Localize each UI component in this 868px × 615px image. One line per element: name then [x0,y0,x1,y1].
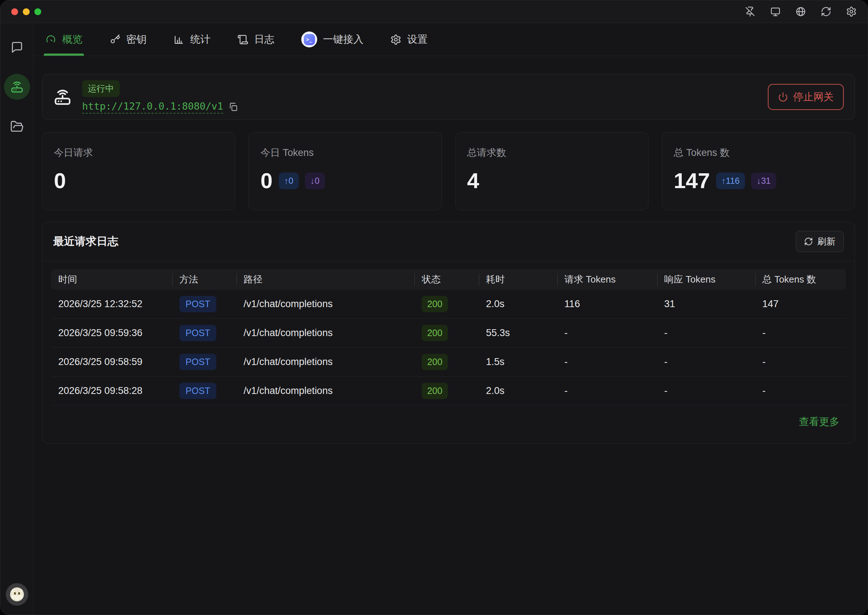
tab-logs[interactable]: 日志 [236,23,276,56]
refresh-icon [821,6,832,17]
status-code-badge: 200 [422,296,448,312]
cell-status: 200 [415,296,478,312]
refresh-button[interactable] [821,6,832,17]
column-header-time: 时间 [51,273,172,286]
cell-status: 200 [415,383,478,399]
key-icon [109,34,120,45]
terminal-logo-icon: >_ [301,31,317,47]
tab-label: 设置 [407,33,427,46]
gateway-url-row: http://127.0.0.1:8080/v1 [82,101,238,114]
cell-response-tokens: - [657,385,755,396]
table-row[interactable]: 2026/3/25 12:32:52 POST /v1/chat/complet… [51,290,846,319]
app-window: 概览 密钥 统计 日志 >_ 一键接入 [0,0,868,615]
minimize-button[interactable] [23,8,30,15]
cell-status: 200 [415,325,478,341]
cell-path: /v1/chat/completions [237,328,415,339]
sidebar-item-files[interactable] [4,114,30,140]
cell-method: POST [172,354,236,370]
stats-grid: 今日请求 0 今日 Tokens 0 ↑0 ↓0 [42,132,855,210]
cell-total-tokens: 147 [755,298,846,310]
cell-status: 200 [415,354,478,370]
tab-label: 概览 [62,33,83,46]
cell-time: 2026/3/25 09:58:28 [51,385,172,396]
gateway-info: 运行中 http://127.0.0.1:8080/v1 [53,80,238,114]
tab-settings[interactable]: 设置 [389,23,429,56]
status-code-badge: 200 [422,325,448,341]
tab-stats[interactable]: 统计 [172,23,212,56]
table-row[interactable]: 2026/3/25 09:58:59 POST /v1/chat/complet… [51,348,846,376]
cell-method: POST [172,383,236,399]
app-body: 概览 密钥 统计 日志 >_ 一键接入 [0,23,868,615]
tab-label: 密钥 [126,33,146,46]
scroll-icon [237,34,248,45]
logs-table: 时间 方法 路径 状态 耗时 请求 Tokens 响应 Tokens 总 Tok… [42,261,855,406]
sidebar [0,23,34,615]
table-row[interactable]: 2026/3/25 09:59:36 POST /v1/chat/complet… [51,319,846,348]
stat-card-today-tokens: 今日 Tokens 0 ↑0 ↓0 [248,132,442,210]
cell-total-tokens: - [755,356,846,368]
sidebar-item-chat[interactable] [4,34,30,60]
tokens-down-badge: ↓0 [305,173,325,189]
monitor-button[interactable] [770,6,781,17]
cell-path: /v1/chat/completions [237,385,415,396]
cell-duration: 1.5s [479,356,557,368]
close-button[interactable] [11,8,18,15]
gear-icon [846,6,857,17]
copy-url-button[interactable] [228,102,238,112]
copy-icon [228,102,238,112]
status-code-badge: 200 [422,354,448,370]
table-row[interactable]: 2026/3/25 09:58:28 POST /v1/chat/complet… [51,376,846,406]
stat-label: 今日 Tokens [260,146,430,159]
chat-bubble-icon [10,40,24,54]
power-icon [778,92,788,102]
cell-request-tokens: - [557,385,657,396]
refresh-label: 刷新 [817,236,835,247]
tab-label: 一键接入 [323,33,363,46]
pin-off-icon [745,6,756,17]
tokens-up-badge: ↑0 [279,173,299,189]
stat-card-total-requests: 总请求数 4 [455,132,648,210]
stat-label: 今日请求 [54,146,223,159]
monitor-icon [770,6,781,17]
refresh-icon [804,237,813,246]
gateway-url-link[interactable]: http://127.0.0.1:8080/v1 [82,101,223,114]
titlebar [0,0,868,23]
table-header-row: 时间 方法 路径 状态 耗时 请求 Tokens 响应 Tokens 总 Tok… [51,269,846,290]
cell-duration: 55.3s [479,328,557,339]
column-header-response-tokens: 响应 Tokens [657,273,755,286]
column-header-method: 方法 [172,273,236,286]
user-avatar[interactable] [6,583,28,606]
stop-gateway-label: 停止网关 [793,90,834,104]
tab-onboarding[interactable]: >_ 一键接入 [300,23,365,56]
status-code-badge: 200 [422,383,448,399]
tab-keys[interactable]: 密钥 [108,23,148,56]
tabbar: 概览 密钥 统计 日志 >_ 一键接入 [34,23,868,56]
content: 运行中 http://127.0.0.1:8080/v1 停止网关 [34,56,868,443]
main-area: 概览 密钥 统计 日志 >_ 一键接入 [34,23,868,615]
tab-label: 日志 [254,33,274,46]
cell-total-tokens: - [755,328,846,339]
stat-value: 0 [54,170,66,192]
stat-label: 总请求数 [467,146,637,159]
refresh-logs-button[interactable]: 刷新 [796,231,844,252]
cell-request-tokens: - [557,356,657,368]
settings-button[interactable] [846,6,857,17]
cell-duration: 2.0s [479,298,557,310]
globe-button[interactable] [795,6,806,17]
stat-value: 4 [467,170,479,192]
pin-off-button[interactable] [745,6,756,17]
stop-gateway-button[interactable]: 停止网关 [768,84,844,110]
gateway-status-panel: 运行中 http://127.0.0.1:8080/v1 停止网关 [42,74,855,120]
cell-response-tokens: 31 [657,298,755,310]
bar-chart-icon [173,34,184,45]
cell-request-tokens: 116 [557,298,657,310]
stat-label: 总 Tokens 数 [674,146,843,159]
zoom-button[interactable] [34,8,41,15]
stat-value: 0 [260,170,272,192]
gauge-icon [45,34,56,45]
view-more-link[interactable]: 查看更多 [799,416,840,427]
cell-time: 2026/3/25 09:59:36 [51,328,172,339]
tab-overview[interactable]: 概览 [44,23,84,56]
sidebar-item-gateway[interactable] [4,74,30,100]
recent-logs-card: 最近请求日志 刷新 时间 方法 路径 状态 耗时 [42,222,855,443]
